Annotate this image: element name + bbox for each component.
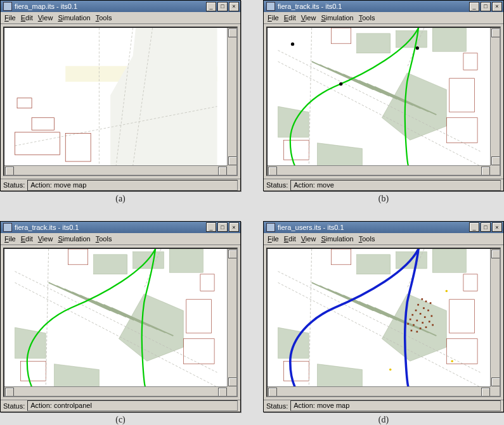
map-content[interactable] — [4, 28, 228, 166]
menu-tools[interactable]: Tools — [96, 14, 112, 22]
menu-tools[interactable]: Tools — [359, 14, 375, 22]
app-window-d: fiera_users.its - its0.1_□×FileEditViewS… — [263, 221, 504, 412]
scroll-left-icon[interactable] — [268, 388, 277, 396]
minimize-button[interactable]: _ — [469, 222, 479, 232]
window-title: fiera_track.its - its0.1 — [278, 3, 469, 10]
svg-rect-76 — [421, 298, 423, 300]
close-button[interactable]: × — [492, 222, 502, 232]
scroll-right-icon[interactable] — [218, 388, 227, 396]
scroll-down-icon[interactable] — [228, 377, 237, 386]
svg-rect-97 — [411, 329, 413, 331]
scrollbar-horizontal[interactable] — [268, 165, 491, 175]
map-content[interactable] — [4, 249, 228, 387]
svg-rect-92 — [420, 327, 422, 329]
svg-rect-78 — [417, 303, 419, 305]
svg-rect-35 — [94, 254, 127, 274]
scrollbar-horizontal[interactable] — [268, 386, 491, 396]
scroll-corner — [491, 166, 500, 175]
scroll-corner — [228, 166, 236, 175]
svg-rect-88 — [410, 318, 411, 320]
menu-edit[interactable]: Edit — [284, 235, 296, 243]
maximize-button[interactable]: □ — [481, 2, 491, 11]
status-label: Status: — [266, 181, 288, 189]
menu-simulation[interactable]: Simulation — [58, 235, 90, 243]
scroll-down-icon[interactable] — [228, 156, 237, 165]
menu-tools[interactable]: Tools — [359, 235, 375, 243]
caption-d: (d) — [378, 415, 389, 425]
svg-rect-85 — [424, 316, 426, 318]
close-button[interactable]: × — [229, 2, 239, 11]
titlebar[interactable]: fiera_track.its - its0.1_□× — [1, 222, 240, 233]
scroll-right-icon[interactable] — [481, 167, 490, 175]
scroll-right-icon[interactable] — [218, 167, 227, 175]
scrollbar-horizontal[interactable] — [4, 165, 228, 175]
scroll-corner — [491, 387, 500, 396]
scroll-left-icon[interactable] — [5, 167, 14, 175]
minimize-button[interactable]: _ — [206, 2, 216, 11]
menu-edit[interactable]: Edit — [284, 14, 296, 22]
minimize-button[interactable]: _ — [206, 222, 216, 232]
status-label: Status: — [3, 402, 25, 410]
menu-view[interactable]: View — [301, 235, 316, 243]
map-canvas[interactable] — [266, 248, 501, 397]
status-field: Action: move — [290, 180, 501, 191]
window-title: fiera_users.its - its0.1 — [278, 224, 469, 231]
scrollbar-vertical[interactable] — [490, 249, 500, 387]
scroll-right-icon[interactable] — [481, 388, 490, 396]
scrollbar-horizontal[interactable] — [4, 386, 228, 396]
svg-rect-82 — [427, 309, 429, 311]
titlebar[interactable]: fiera_map.its - its0.1_□× — [1, 1, 240, 12]
scrollbar-vertical[interactable] — [227, 28, 236, 166]
scroll-down-icon[interactable] — [491, 377, 500, 386]
maximize-button[interactable]: □ — [217, 222, 228, 232]
maximize-button[interactable]: □ — [217, 2, 228, 11]
menu-file[interactable]: File — [4, 235, 16, 243]
map-content[interactable] — [268, 249, 491, 387]
svg-rect-10 — [357, 34, 391, 53]
scroll-left-icon[interactable] — [5, 388, 14, 396]
titlebar[interactable]: fiera_users.its - its0.1_□× — [264, 222, 503, 233]
menu-edit[interactable]: Edit — [21, 235, 33, 243]
app-icon — [266, 223, 275, 232]
minimize-button[interactable]: _ — [469, 2, 479, 11]
map-content[interactable] — [268, 28, 491, 166]
scroll-up-icon[interactable] — [228, 29, 237, 37]
caption-b: (b) — [378, 194, 389, 204]
app-window-c: fiera_track.its - its0.1_□×FileEditViewS… — [0, 221, 241, 412]
scroll-up-icon[interactable] — [491, 29, 500, 37]
menu-view[interactable]: View — [301, 14, 316, 22]
svg-rect-90 — [429, 320, 430, 322]
menubar: FileEditViewSimulationTools — [264, 12, 503, 24]
close-button[interactable]: × — [492, 2, 502, 11]
titlebar[interactable]: fiera_track.its - its0.1_□× — [264, 1, 503, 12]
svg-rect-87 — [416, 319, 418, 321]
scroll-up-icon[interactable] — [491, 250, 500, 258]
close-button[interactable]: × — [229, 222, 239, 232]
maximize-button[interactable]: □ — [481, 222, 491, 232]
app-icon — [266, 2, 275, 11]
svg-point-99 — [451, 360, 453, 362]
menu-edit[interactable]: Edit — [21, 14, 33, 22]
caption-c: (c) — [115, 415, 126, 425]
svg-rect-95 — [432, 324, 434, 326]
menu-file[interactable]: File — [268, 14, 279, 22]
menu-file[interactable]: File — [4, 14, 16, 22]
menu-file[interactable]: File — [268, 235, 279, 243]
menu-simulation[interactable]: Simulation — [321, 14, 353, 22]
menu-simulation[interactable]: Simulation — [321, 235, 353, 243]
scroll-down-icon[interactable] — [491, 156, 500, 165]
svg-rect-93 — [425, 326, 427, 328]
status-field: Action: move map — [27, 180, 238, 191]
menu-simulation[interactable]: Simulation — [58, 14, 90, 22]
map-canvas[interactable] — [3, 248, 238, 397]
menu-view[interactable]: View — [38, 235, 53, 243]
scroll-up-icon[interactable] — [228, 250, 237, 258]
svg-rect-91 — [413, 324, 415, 326]
map-canvas[interactable] — [266, 27, 501, 176]
menu-tools[interactable]: Tools — [96, 235, 112, 243]
scrollbar-vertical[interactable] — [490, 28, 500, 166]
map-canvas[interactable] — [3, 27, 238, 176]
scroll-left-icon[interactable] — [268, 167, 277, 175]
menu-view[interactable]: View — [38, 14, 53, 22]
scrollbar-vertical[interactable] — [227, 249, 236, 387]
